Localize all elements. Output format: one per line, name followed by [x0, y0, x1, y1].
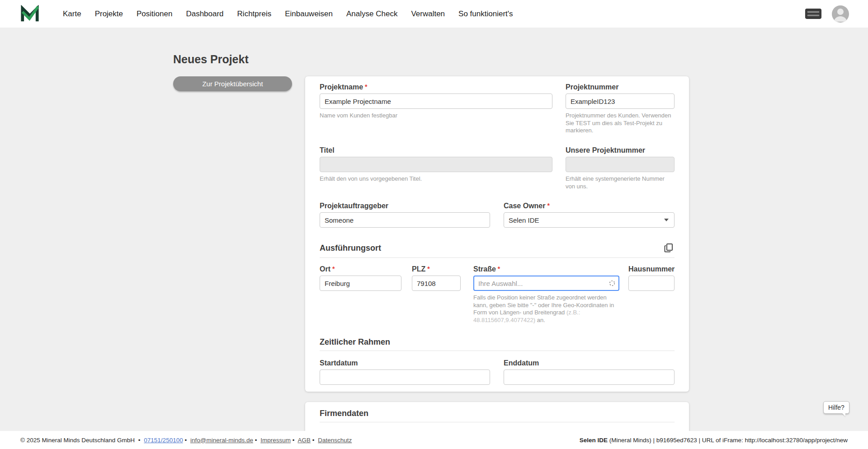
plz-input[interactable] — [412, 276, 461, 291]
case-owner-value: Selen IDE — [509, 216, 539, 224]
strasse-input-wrap — [473, 276, 619, 291]
field-startdatum: Startdatum — [320, 359, 490, 385]
email-link[interactable]: info@mineral-minds.de — [190, 437, 253, 444]
section-firmendaten: Firmendaten — [320, 409, 675, 422]
plz-label: PLZ* — [412, 265, 461, 273]
case-owner-label: Case Owner* — [504, 202, 675, 210]
nav-item-verwalten[interactable]: Verwalten — [411, 9, 445, 19]
case-owner-select[interactable]: Selen IDE — [504, 212, 675, 228]
ort-input[interactable] — [320, 276, 401, 291]
titel-input — [320, 157, 552, 172]
row-auftraggeber-caseowner: Projektauftraggeber Case Owner* Selen ID… — [320, 202, 675, 228]
projektname-label: Projektname* — [320, 83, 552, 91]
footer-user: Selen IDE — [580, 437, 608, 444]
section-zeitlicher-rahmen: Zeitlicher Rahmen — [320, 337, 675, 351]
separator: • — [255, 437, 257, 444]
titel-label: Titel — [320, 146, 552, 154]
field-case-owner: Case Owner* Selen IDE — [504, 202, 675, 228]
person-icon — [832, 5, 849, 23]
startdatum-label: Startdatum — [320, 359, 490, 367]
nav-item-richtpreis[interactable]: Richtpreis — [237, 9, 272, 19]
field-hausnummer: Hausnummer — [628, 265, 675, 291]
nav-item-so-funktionierts[interactable]: So funktioniert's — [458, 9, 513, 19]
hausnummer-input[interactable] — [628, 276, 675, 291]
datenschutz-link[interactable]: Datenschutz — [318, 437, 352, 444]
copy-icon — [664, 243, 674, 253]
required-marker: * — [332, 265, 335, 272]
nav-item-positionen[interactable]: Positionen — [137, 9, 172, 19]
phone-link[interactable]: 07151/250100 — [144, 437, 183, 444]
nav-item-dashboard[interactable]: Dashboard — [186, 9, 223, 19]
strasse-label: Straße* — [473, 265, 619, 273]
row-titel-unsere-projektnummer: Titel Erhält den von uns vorgegebenen Ti… — [320, 146, 675, 190]
unsere-projektnummer-input — [566, 157, 675, 172]
mineral-minds-logo[interactable] — [20, 5, 39, 23]
loading-spinner-icon — [609, 280, 615, 286]
page-title: Neues Projekt — [173, 53, 249, 66]
field-unsere-projektnummer: Unsere Projektnummer Erhält eine systemg… — [566, 146, 675, 190]
nav-item-analyse-check[interactable]: Analyse Check — [346, 9, 397, 19]
enddatum-input[interactable] — [504, 369, 675, 385]
nav-item-karte[interactable]: Karte — [63, 9, 81, 19]
zeitlicher-rahmen-heading: Zeitlicher Rahmen — [320, 337, 390, 347]
row-projektname-projektnummer: Projektname* Name vom Kunden festlegbar … — [320, 83, 675, 135]
new-project-form-card: Projektname* Name vom Kunden festlegbar … — [305, 76, 689, 392]
required-marker: * — [547, 202, 549, 209]
user-avatar[interactable] — [832, 5, 849, 23]
separator: • — [138, 437, 141, 444]
nav-item-einbauweisen[interactable]: Einbauweisen — [285, 9, 333, 19]
nav-links: Karte Projekte Positionen Dashboard Rich… — [63, 9, 513, 19]
unsere-projektnummer-label: Unsere Projektnummer — [566, 146, 675, 154]
titel-helper: Erhält den von uns vorgegebenen Titel. — [320, 175, 552, 183]
ort-label: Ort* — [320, 265, 401, 273]
project-overview-button[interactable]: Zur Projektübersicht — [173, 76, 292, 91]
footer-left: © 2025 Mineral Minds Deutschland GmbH • … — [20, 437, 352, 444]
ausfuehrungsort-heading: Ausführungsort — [320, 243, 381, 253]
projektnummer-helper: Projektnummer des Kunden. Verwenden Sie … — [566, 112, 675, 135]
firmendaten-heading: Firmendaten — [320, 409, 368, 418]
separator: • — [292, 437, 295, 444]
row-adresse: Ort* PLZ* Straße* Falls die Position kei… — [320, 265, 675, 324]
chevron-down-icon — [664, 219, 669, 221]
top-navigation: Karte Projekte Positionen Dashboard Rich… — [0, 0, 868, 28]
copyright-text: © 2025 Mineral Minds Deutschland GmbH — [20, 437, 135, 444]
field-enddatum: Enddatum — [504, 359, 675, 385]
section-ausfuehrungsort: Ausführungsort — [320, 242, 675, 258]
field-titel: Titel Erhält den von uns vorgegebenen Ti… — [320, 146, 552, 183]
strasse-helper: Falls die Position keiner Straße zugeord… — [473, 294, 619, 324]
projektname-helper: Name vom Kunden festlegbar — [320, 112, 552, 120]
help-button[interactable]: Hilfe? — [823, 401, 849, 414]
footer-right: Selen IDE (Mineral Minds) | b91695ed7623… — [580, 437, 848, 444]
topbar-right — [805, 5, 849, 23]
field-plz: PLZ* — [412, 265, 461, 291]
row-datum: Startdatum Enddatum — [320, 359, 675, 385]
separator: • — [184, 437, 187, 444]
field-projektnummer: Projektnummer Projektnummer des Kunden. … — [566, 83, 675, 135]
required-marker: * — [498, 265, 500, 272]
footer-session-info: (Mineral Minds) | b91695ed7623 | URL of … — [608, 437, 848, 444]
projektnummer-input[interactable] — [566, 94, 675, 109]
footer: © 2025 Mineral Minds Deutschland GmbH • … — [0, 431, 868, 449]
strasse-input[interactable] — [473, 276, 619, 291]
projektauftraggeber-label: Projektauftraggeber — [320, 202, 490, 210]
copy-button[interactable] — [663, 242, 675, 254]
projektnummer-label: Projektnummer — [566, 83, 675, 91]
enddatum-label: Enddatum — [504, 359, 675, 367]
projektname-input[interactable] — [320, 94, 552, 109]
device-icon[interactable] — [805, 8, 822, 19]
nav-item-projekte[interactable]: Projekte — [95, 9, 123, 19]
startdatum-input[interactable] — [320, 369, 490, 385]
separator: • — [312, 437, 315, 444]
field-projektname: Projektname* Name vom Kunden festlegbar — [320, 83, 552, 120]
unsere-projektnummer-helper: Erhält eine systemgenerierte Nummer von … — [566, 175, 675, 190]
field-strasse: Straße* Falls die Position keiner Straße… — [473, 265, 619, 324]
impressum-link[interactable]: Impressum — [260, 437, 291, 444]
required-marker: * — [427, 265, 429, 272]
hausnummer-label: Hausnummer — [628, 265, 675, 273]
field-ort: Ort* — [320, 265, 401, 291]
logo-m-icon — [20, 5, 39, 23]
required-marker: * — [365, 83, 367, 90]
field-projektauftraggeber: Projektauftraggeber — [320, 202, 490, 228]
agb-link[interactable]: AGB — [298, 437, 311, 444]
projektauftraggeber-input[interactable] — [320, 212, 490, 228]
